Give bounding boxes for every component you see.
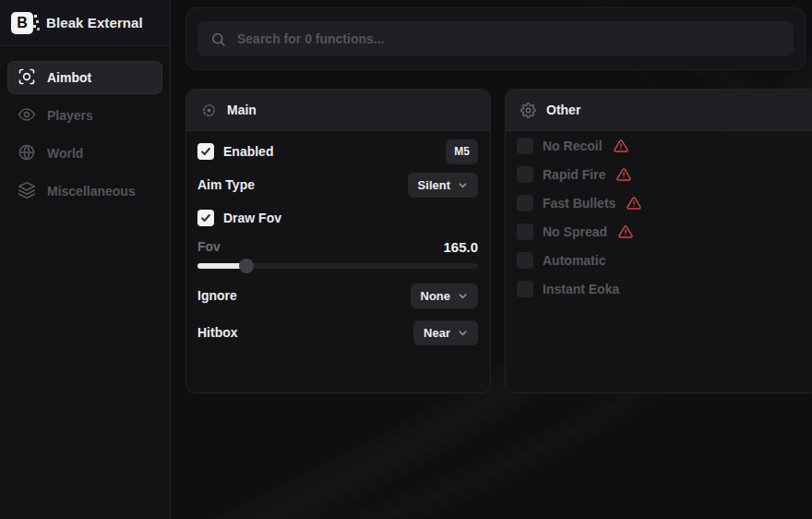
fast-bullets-checkbox[interactable]	[517, 195, 533, 211]
search-input[interactable]	[237, 31, 781, 46]
no-spread-checkbox[interactable]	[517, 223, 533, 240]
no-spread-label: No Spread	[543, 224, 607, 239]
sidebar-nav: Aimbot Players World	[7, 61, 162, 208]
fov-row: Fov 165.0	[197, 236, 478, 257]
gear-icon	[520, 103, 536, 118]
warning-icon	[618, 224, 633, 239]
automatic-row: Automatic	[517, 252, 806, 269]
fast-bullets-label: Fast Bullets	[543, 196, 615, 211]
aim-type-row: Aim Type Silent	[197, 171, 478, 199]
enabled-row: Enabled M5	[197, 138, 478, 165]
no-recoil-row: No Recoil	[517, 138, 806, 154]
rapid-fire-checkbox[interactable]	[517, 166, 533, 183]
draw-fov-label: Draw Fov	[223, 211, 281, 225]
aim-type-label: Aim Type	[197, 177, 255, 192]
sidebar-item-players[interactable]: Players	[7, 99, 162, 132]
sidebar-item-label: Aimbot	[47, 70, 91, 85]
enabled-checkbox[interactable]	[197, 143, 214, 160]
search-panel	[185, 7, 806, 70]
sidebar-item-label: World	[47, 146, 83, 161]
aim-type-dropdown[interactable]: Silent	[408, 173, 478, 198]
sidebar-item-label: Miscellaneous	[47, 184, 136, 199]
sidebar-item-aimbot[interactable]: Aimbot	[7, 61, 162, 94]
ignore-dropdown[interactable]: None	[411, 284, 479, 308]
target-icon	[201, 103, 217, 118]
no-recoil-label: No Recoil	[543, 139, 603, 153]
automatic-label: Automatic	[543, 253, 605, 268]
no-recoil-checkbox[interactable]	[517, 138, 533, 154]
ignore-label: Ignore	[197, 288, 237, 303]
other-panel-header: Other	[506, 90, 812, 131]
fast-bullets-row: Fast Bullets	[517, 195, 806, 211]
fov-slider-fill	[197, 263, 246, 269]
aim-type-value: Silent	[418, 178, 450, 192]
search-box[interactable]	[197, 21, 794, 56]
fov-slider-row	[197, 259, 478, 273]
app-title: Bleak External	[46, 15, 143, 30]
search-icon	[210, 31, 226, 47]
hitbox-dropdown[interactable]: Near	[413, 320, 478, 345]
enabled-label: Enabled	[223, 144, 273, 159]
other-panel: Other No Recoil Rapid Fire Fast Bullets	[505, 89, 812, 393]
sidebar-item-miscellaneous[interactable]: Miscellaneous	[7, 175, 162, 208]
enabled-keybind-button[interactable]: M5	[446, 139, 478, 164]
draw-fov-checkbox[interactable]	[197, 210, 214, 226]
main-panel-header: Main	[186, 90, 490, 131]
draw-fov-row: Draw Fov	[197, 204, 478, 232]
fov-slider[interactable]	[197, 263, 478, 269]
sidebar-item-label: Players	[47, 108, 93, 123]
warning-icon	[614, 139, 628, 153]
main-panel-title: Main	[227, 103, 257, 117]
other-list: No Recoil Rapid Fire Fast Bullets	[517, 138, 806, 297]
instant-eoka-row: Instant Eoka	[517, 281, 806, 297]
instant-eoka-checkbox[interactable]	[517, 281, 533, 297]
chevron-down-icon	[458, 328, 468, 338]
rapid-fire-label: Rapid Fire	[543, 167, 605, 182]
chevron-down-icon	[458, 291, 468, 301]
hitbox-row: Hitbox Near	[197, 319, 478, 346]
fov-slider-handle[interactable]	[239, 259, 254, 273]
rapid-fire-row: Rapid Fire	[517, 166, 806, 183]
globe-icon	[18, 143, 36, 164]
hitbox-value: Near	[424, 326, 450, 340]
warning-icon	[616, 167, 631, 182]
layers-icon	[18, 181, 36, 202]
no-spread-row: No Spread	[517, 223, 806, 240]
chevron-down-icon	[458, 180, 468, 190]
other-panel-title: Other	[546, 103, 580, 117]
fov-value: 165.0	[443, 239, 478, 255]
warning-icon	[627, 196, 641, 211]
app-header: B Bleak External	[0, 0, 170, 46]
eye-icon	[18, 105, 36, 127]
automatic-checkbox[interactable]	[517, 252, 533, 269]
ignore-value: None	[421, 289, 451, 303]
fov-label: Fov	[197, 239, 221, 254]
sidebar: B Bleak External Aimbot Players	[0, 0, 171, 519]
app-logo: B	[11, 12, 33, 34]
scan-icon	[18, 67, 36, 89]
ignore-row: Ignore None	[197, 282, 478, 309]
hitbox-label: Hitbox	[197, 325, 238, 340]
sidebar-item-world[interactable]: World	[7, 137, 162, 170]
main-panel: Main Enabled M5 Aim Type Silent Draw Fov…	[185, 89, 491, 393]
instant-eoka-label: Instant Eoka	[543, 282, 619, 296]
